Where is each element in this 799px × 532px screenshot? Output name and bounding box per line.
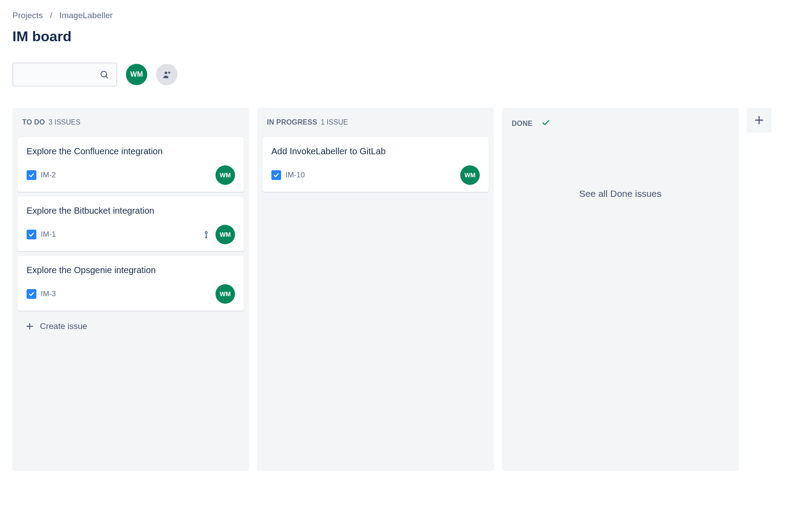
- svg-line-1: [106, 76, 108, 78]
- page-title: IM board: [12, 28, 787, 45]
- search-icon: [99, 70, 109, 79]
- breadcrumb: Projects / ImageLabeller: [12, 11, 787, 20]
- issue-key: IM-3: [41, 289, 56, 298]
- column-title: DONE: [512, 120, 533, 128]
- issue-title: Add InvokeLabeller to GitLab: [271, 145, 480, 157]
- kanban-board: TO DO 3 ISSUES Explore the Confluence in…: [12, 108, 787, 471]
- add-column-button[interactable]: [747, 108, 772, 133]
- add-people-button[interactable]: [156, 64, 177, 85]
- column-header[interactable]: DONE: [505, 111, 735, 140]
- see-all-done-link[interactable]: See all Done issues: [505, 140, 735, 199]
- add-person-icon: [162, 70, 172, 79]
- svg-point-0: [101, 71, 107, 77]
- column-done: DONE See all Done issues: [502, 108, 739, 471]
- breadcrumb-project-name[interactable]: ImageLabeller: [59, 11, 113, 20]
- svg-point-3: [205, 231, 208, 234]
- create-issue-label: Create issue: [40, 321, 87, 331]
- column-title: TO DO: [22, 118, 45, 126]
- issue-key: IM-1: [41, 230, 56, 239]
- column-header[interactable]: TO DO 3 ISSUES: [16, 111, 246, 137]
- board-toolbar: WM: [12, 63, 787, 86]
- plus-icon: [25, 321, 35, 331]
- create-issue-button[interactable]: Create issue: [18, 315, 244, 337]
- check-icon: [541, 118, 550, 129]
- task-icon: [27, 170, 36, 180]
- assignee-avatar[interactable]: WM: [215, 284, 235, 304]
- issue-title: Explore the Opsgenie integration: [27, 264, 168, 276]
- column-count: 3 ISSUES: [48, 118, 80, 126]
- issue-title: Explore the Bitbucket integration: [27, 204, 168, 217]
- svg-point-5: [206, 237, 207, 238]
- breadcrumb-separator: /: [50, 11, 52, 20]
- assignee-avatar[interactable]: WM: [215, 165, 235, 185]
- column-to-do: TO DO 3 ISSUES Explore the Confluence in…: [12, 108, 249, 471]
- assignee-avatar[interactable]: WM: [215, 225, 235, 244]
- issue-key: IM-2: [41, 171, 56, 180]
- task-icon: [271, 170, 281, 180]
- column-in-progress: IN PROGRESS 1 ISSUE Add InvokeLabeller t…: [257, 108, 494, 471]
- column-title: IN PROGRESS: [267, 118, 317, 126]
- issue-title: Explore the Confluence integration: [27, 145, 168, 157]
- issue-card[interactable]: Add InvokeLabeller to GitLab IM-10 WM: [262, 137, 489, 192]
- breadcrumb-projects[interactable]: Projects: [12, 11, 43, 20]
- task-icon: [27, 230, 36, 239]
- search-input[interactable]: [12, 63, 117, 86]
- priority-icon: [202, 231, 210, 239]
- user-avatar-filter[interactable]: WM: [126, 64, 147, 85]
- column-count: 1 ISSUE: [321, 118, 348, 126]
- assignee-avatar[interactable]: WM: [460, 165, 480, 185]
- task-icon: [27, 289, 36, 299]
- column-header[interactable]: IN PROGRESS 1 ISSUE: [261, 111, 490, 137]
- plus-icon: [753, 114, 765, 126]
- issue-card[interactable]: Explore the Opsgenie integration IM-3 WM: [18, 256, 244, 311]
- issue-key: IM-10: [286, 171, 305, 180]
- issue-card[interactable]: Explore the Bitbucket integration IM-1 W…: [18, 196, 244, 251]
- issue-card[interactable]: Explore the Confluence integration IM-2 …: [18, 137, 244, 192]
- svg-point-2: [164, 71, 167, 74]
